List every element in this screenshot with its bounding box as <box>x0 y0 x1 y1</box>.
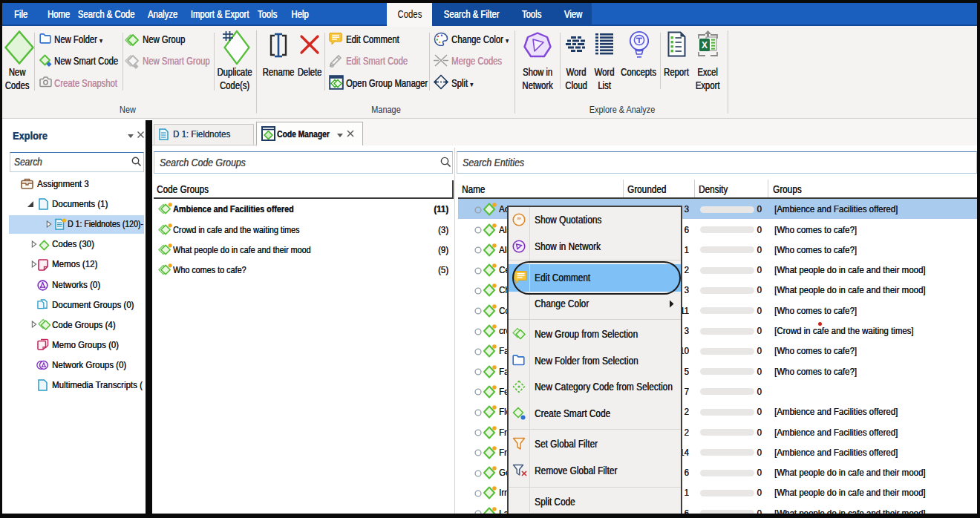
svg-text:X: X <box>702 40 708 50</box>
svg-text:”: ” <box>517 215 521 224</box>
